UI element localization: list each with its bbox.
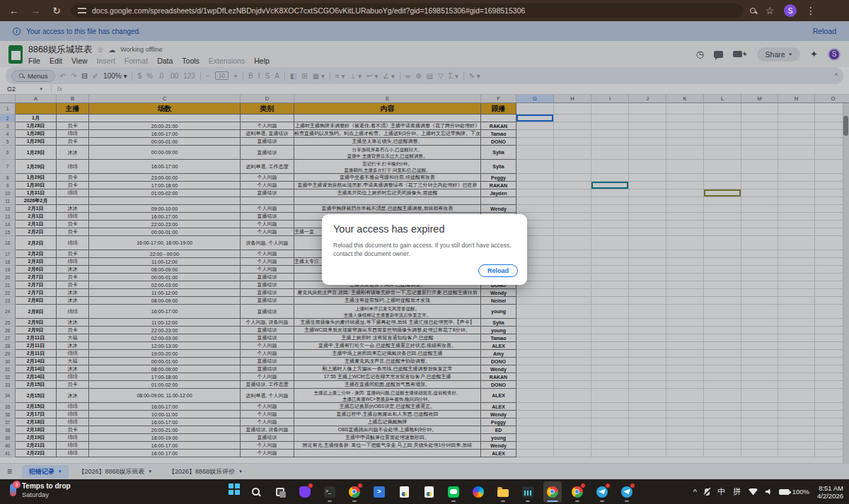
cell-B[interactable]: 绵绵 [57,213,89,221]
cell-A[interactable]: 2月1日 [16,221,57,228]
cell-N20[interactable] [778,274,815,281]
row-header-29[interactable]: 29 [0,350,16,358]
cell-C[interactable]: 19:00-20:00 [89,350,241,358]
cell-F[interactable]: Wendy [481,442,516,450]
cell-D[interactable] [241,197,294,205]
cell-C[interactable]: 01:00-02:00 [89,381,241,389]
cell-C[interactable]: 16:00-17:00 [89,403,241,411]
cell-F[interactable]: Tamao [481,130,516,138]
cell-C[interactable]: 16:00-17:00 [89,213,241,221]
cell-D[interactable]: 直播错误 [241,305,294,319]
cell-F[interactable]: 跟播 [481,103,516,115]
cell-D[interactable]: 个人问题 [241,174,294,182]
cell-K22[interactable] [666,289,704,297]
cell-G5[interactable] [516,138,554,146]
cell-M28[interactable] [741,342,778,350]
cell-G36[interactable] [516,411,554,418]
cell-L32[interactable] [704,373,741,381]
cell-H33[interactable] [554,381,591,389]
row-header-22[interactable]: 22 [0,289,16,297]
cell-L40[interactable] [704,442,741,450]
cell-E[interactable]: OBS直播跳出问题不会处理,上播晚到9分钟。 [294,426,481,434]
cell-L39[interactable] [704,434,741,442]
browser-profile-avatar[interactable]: S [784,4,797,17]
cell-D[interactable]: 个人问题 [241,258,294,266]
cell-H7[interactable] [554,160,591,174]
insert-link-icon[interactable]: ∞ [405,72,410,80]
cell-C[interactable]: 11:00-12:00 [89,289,241,297]
cell-D[interactable]: 直播错误 [241,297,294,305]
cell-B[interactable]: 沐沐 [57,389,89,403]
cell-A[interactable]: 2月9日 [16,327,57,334]
cell-H11[interactable] [554,197,591,205]
cell-H34[interactable] [554,389,591,403]
cell-G38[interactable] [516,426,554,434]
cell-D[interactable]: 直播错误 [241,138,294,146]
cell-D[interactable]: 个人问题 [241,350,294,358]
cell-C[interactable]: 20:00-21:00 [89,426,241,434]
cell-N12[interactable] [778,205,815,213]
cell-D[interactable]: 个人问题 [241,450,294,457]
cell-I35[interactable] [591,403,629,411]
version-history-icon[interactable]: ◷ [696,49,704,59]
column-header-N[interactable]: N [778,95,815,103]
cell-J5[interactable] [629,138,666,146]
cell-E[interactable]: 主播离开岗位上厕所时忘记关闭摄像头,需提醒 [294,189,481,197]
cell-I15[interactable] [591,228,629,236]
cell-C[interactable]: 16:00-17:00 [89,418,241,426]
cell-C[interactable] [89,197,241,205]
cell-L6[interactable] [704,146,741,160]
cell-H41[interactable] [554,450,591,457]
cell-A[interactable]: 1月29日 [16,174,57,182]
banner-reload-link[interactable]: Reload [813,27,836,35]
create-filter-icon[interactable]: ▽ [438,72,444,80]
cell-N2[interactable] [778,115,815,122]
cell-M4[interactable] [741,130,778,138]
cell-A[interactable]: 2月18日 [16,418,57,426]
copilot-app[interactable] [469,481,487,503]
row-header-28[interactable]: 28 [0,342,16,350]
cell-H5[interactable] [554,138,591,146]
cell-I32[interactable] [591,373,629,381]
decrease-decimal-icon[interactable]: .0 [158,72,163,80]
cell-A[interactable]: 2月14日 [16,373,57,381]
increase-decimal-icon[interactable]: .00 [168,72,178,80]
insert-chart-icon[interactable]: ▤ [427,72,433,80]
text-rotation-icon[interactable]: ∠ ▾ [383,72,395,80]
cell-D[interactable]: 个人问题 [241,205,294,213]
cell-E[interactable]: 附近有光,主播报备群: 离位一下把暖气拿走,马上回,关镜头处理1分钟回来,后续 [294,442,481,450]
file-explorer[interactable] [494,481,512,503]
cell-J22[interactable] [629,289,666,297]
cell-G7[interactable] [516,160,554,174]
cell-I10[interactable] [591,189,629,197]
cell-E[interactable]: 主播使用摄像头的麦持续播放,等下播再处理,后续 主播汇报已处理完毕,【声卡】 [294,319,481,327]
cell-B[interactable]: 绵绵 [57,130,89,138]
cell-B[interactable]: 绵绵 [57,434,89,442]
cell-C[interactable]: 11:00-12:00 [89,319,241,327]
cell-K31[interactable] [666,365,704,373]
reload-button[interactable]: Reload [478,264,518,277]
format-percent-icon[interactable]: % [146,72,153,80]
cell-F[interactable]: DONO [481,358,516,365]
name-box[interactable]: G2 ▾ [4,86,45,93]
cell-M40[interactable] [741,442,778,450]
cell-N30[interactable] [778,358,815,365]
row-header-18[interactable]: 18 [0,258,16,266]
cell-C[interactable]: 23:00-00:00 [89,174,241,182]
cell-I2[interactable] [591,115,629,122]
cell-I30[interactable] [591,358,629,365]
cell-D[interactable]: 设备问题, 个人问题 [241,236,294,250]
cell-A[interactable]: 1月29日 [16,138,57,146]
cell-G1[interactable] [516,103,554,115]
cell-L11[interactable] [704,197,741,205]
cell-I36[interactable] [591,411,629,418]
cell-C[interactable]: 00:00-01:00 [89,138,241,146]
cell-K41[interactable] [666,450,704,457]
cell-L3[interactable] [704,122,741,130]
cell-M12[interactable] [741,205,778,213]
cell-N19[interactable] [778,266,815,274]
cell-K34[interactable] [666,389,704,403]
cell-N31[interactable] [778,365,815,373]
cell-L9[interactable] [704,182,741,189]
cell-C[interactable]: 11:00-12:00 [89,258,241,266]
